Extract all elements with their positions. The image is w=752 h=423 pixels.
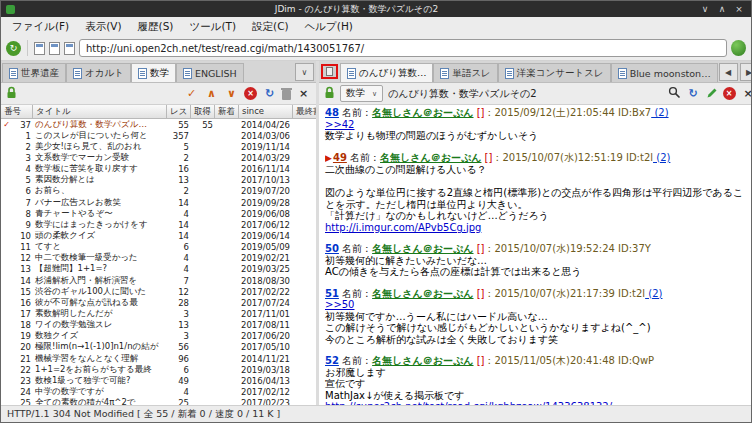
- menu-item[interactable]: ヘルプ(H): [297, 18, 361, 36]
- thread-tab[interactable]: 単語スレ: [433, 63, 497, 82]
- table-row[interactable]: 15渋谷のギャル100人に聞いた122017/02/22: [1, 286, 316, 297]
- post-date: ：2015/10/07(水)21:17:39: [485, 288, 619, 299]
- board-list-view-icon[interactable]: [34, 42, 45, 55]
- scroll-down-icon[interactable]: ∨: [224, 87, 239, 101]
- post-number-link[interactable]: 51: [325, 288, 339, 299]
- reload-board-icon[interactable]: ↻: [262, 87, 277, 101]
- table-row[interactable]: 10頭の柔軟クイズ142019/06/14: [1, 230, 316, 241]
- column-header[interactable]: レス: [167, 105, 191, 119]
- row-res-count: 16: [167, 164, 191, 174]
- poster-name-link[interactable]: 名無しさん＠おーぷん: [372, 243, 473, 254]
- maximize-icon[interactable]: ∧: [715, 4, 729, 14]
- poster-name-link[interactable]: 名無しさん＠おーぷん: [372, 355, 473, 366]
- table-row[interactable]: 1このスレが目についたら何と3572014/03/06: [1, 130, 316, 141]
- column-header[interactable]: since: [239, 105, 293, 119]
- tab-list-dropdown-icon[interactable]: ∨: [295, 63, 314, 81]
- table-row[interactable]: 3文系数学でマーカン受験22014/03/29: [1, 152, 316, 163]
- menu-item[interactable]: 表示(V): [77, 18, 129, 36]
- post: ▶49 名前：名無しさん＠おーぷん []：2015/10/07(水)12:51:…: [325, 152, 745, 234]
- column-header[interactable]: 最終書込: [293, 105, 316, 119]
- table-row[interactable]: 6お前ら、22019/07/20: [1, 186, 316, 197]
- row-res-count: 6: [167, 242, 191, 252]
- close-thread-icon[interactable]: ×: [741, 87, 752, 101]
- table-row[interactable]: 4数学板に苦笑を取り戻すす162016/11/14: [1, 164, 316, 175]
- table-row[interactable]: 13【超難問】1+1=?42019/03/25: [1, 264, 316, 275]
- refresh-icon[interactable]: ↻: [6, 41, 21, 56]
- column-header[interactable]: 取得: [191, 105, 215, 119]
- board-tab[interactable]: ENGLISH: [176, 63, 244, 82]
- table-row[interactable]: 14杉浦解析入門・解析演習を72018/08/30: [1, 275, 316, 286]
- table-row[interactable]: 21機械学習をなんとなく理解962014/11/21: [1, 353, 316, 364]
- poster-name-link[interactable]: 名無しさん＠おーぷん: [372, 107, 473, 118]
- stop-icon[interactable]: ×: [723, 87, 736, 100]
- lock-icon[interactable]: [6, 84, 17, 103]
- search-icon[interactable]: [668, 84, 681, 103]
- stop-icon[interactable]: ×: [244, 87, 257, 100]
- table-row[interactable]: 12中二で数検筆一級受かった42019/02/21: [1, 253, 316, 264]
- table-row[interactable]: ✓37のんびり算数・数学パズル…55552014/04/26: [1, 119, 316, 130]
- lock-icon[interactable]: [324, 84, 335, 103]
- poster-name-link[interactable]: 名無しさん＠おーぷん: [380, 152, 481, 163]
- thread-list-view-icon[interactable]: [49, 42, 60, 55]
- post-number-link[interactable]: 48: [325, 107, 339, 118]
- column-header[interactable]: 番号: [1, 105, 33, 119]
- thread-tab[interactable]: 洋楽コンサートスレ: [498, 63, 611, 82]
- post-number-link[interactable]: 52: [325, 355, 339, 366]
- poster-name-link[interactable]: 名無しさん＠おーぷん: [372, 288, 473, 299]
- board-select[interactable]: 数学 ∨: [340, 85, 383, 102]
- board-tab[interactable]: 数学: [131, 63, 176, 82]
- table-row[interactable]: 25全ての素数の積が4π^2で252017/02/23: [1, 398, 316, 405]
- table-row[interactable]: 16彼が不可解な点が訊ねる最282017/07/24: [1, 297, 316, 308]
- scroll-up-icon[interactable]: ∧: [204, 87, 219, 101]
- post-count-link[interactable]: (2): [653, 152, 670, 163]
- open-url-button[interactable]: [731, 40, 746, 56]
- post-body-link[interactable]: http://i.imgur.com/APvb5Cg.jpg: [325, 222, 481, 233]
- url-input[interactable]: [79, 39, 727, 57]
- table-row[interactable]: 221+1=2をお前らがちする最終62019/03/18: [1, 364, 316, 375]
- row-number: 7: [12, 198, 33, 208]
- post-body-link[interactable]: >>42: [325, 119, 354, 130]
- close-window-icon[interactable]: ×: [732, 4, 746, 14]
- table-row[interactable]: 5素因数分解とは132017/10/13: [1, 175, 316, 186]
- post-line: MathJax↓が使える掲示板です: [325, 390, 745, 402]
- thread-tab[interactable]: のんびり算数…: [340, 63, 433, 82]
- table-row[interactable]: 18ワイの数学勉強スレ132017/08/11: [1, 320, 316, 331]
- table-row[interactable]: 19数独クイズ32017/06/20: [1, 331, 316, 342]
- post-count-link[interactable]: (2): [651, 107, 668, 118]
- write-post-icon[interactable]: [706, 84, 718, 103]
- table-row[interactable]: 23数検1級って独学で可能?492016/04/13: [1, 375, 316, 386]
- thread-view-icon[interactable]: [64, 42, 75, 55]
- chevron-down-icon: ∨: [372, 90, 377, 98]
- column-header[interactable]: タイトル: [33, 105, 167, 119]
- table-row[interactable]: 8青チャートやるぞ〜42019/06/08: [1, 208, 316, 219]
- post-count-link[interactable]: (2): [645, 288, 662, 299]
- table-row[interactable]: 24中学の数学ですが42017/02/12: [1, 386, 316, 397]
- menu-item[interactable]: 設定(C): [244, 18, 297, 36]
- thread-tab[interactable]: Blue moonston…: [611, 63, 718, 82]
- tab-scroll-left-icon[interactable]: ◀: [719, 63, 738, 81]
- table-row[interactable]: 11てすと62019/05/09: [1, 242, 316, 253]
- table-row[interactable]: 17素数解明したんだが32017/11/01: [1, 308, 316, 319]
- post-body-link[interactable]: >>50: [325, 299, 354, 310]
- delete-icon[interactable]: [282, 90, 291, 100]
- close-board-icon[interactable]: ×: [296, 87, 311, 101]
- table-row[interactable]: 20極限!lim(n→1(-1)0]n1/nの結が562017/05/10: [1, 342, 316, 353]
- menu-item[interactable]: 履歴(S): [130, 18, 182, 36]
- reload-thread-icon[interactable]: ↻: [686, 87, 701, 101]
- minimize-icon[interactable]: ∨: [698, 4, 712, 14]
- post-line: http://i.imgur.com/APvb5Cg.jpg: [325, 222, 745, 234]
- board-tab[interactable]: オカルト: [66, 63, 131, 82]
- tab-scroll-right-icon[interactable]: ▶: [740, 63, 752, 81]
- check-update-icon[interactable]: ✓: [184, 87, 199, 101]
- board-tab[interactable]: 世界遺産: [2, 63, 66, 82]
- table-row[interactable]: 7バナー広告スレお教笑142019/09/28: [1, 197, 316, 208]
- table-row[interactable]: 2美少女!ほら見て、乱のおれ52019/11/14: [1, 141, 316, 152]
- post-number-link[interactable]: 49: [333, 152, 347, 163]
- table-row[interactable]: 9数学にはまったきっかけをす142017/06/12: [1, 219, 316, 230]
- pane-switch-icon-highlighted[interactable]: [321, 64, 338, 79]
- post-number-link[interactable]: 50: [325, 243, 339, 254]
- column-header[interactable]: 新着: [215, 105, 239, 119]
- menu-item[interactable]: ツール(T): [181, 18, 244, 36]
- menu-item[interactable]: ファイル(F): [4, 18, 77, 36]
- row-since: 2019/07/20: [239, 186, 293, 196]
